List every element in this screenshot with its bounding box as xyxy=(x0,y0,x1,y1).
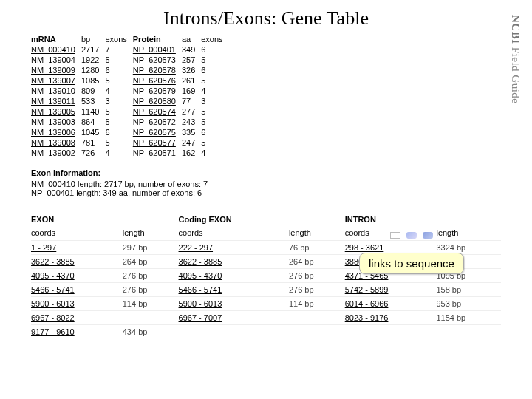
cell-aa: 247 xyxy=(182,137,201,148)
length-cell: 76 bp xyxy=(289,241,345,255)
protein-accession-link[interactable]: NP_620571 xyxy=(133,148,182,158)
mrna-accession-link[interactable]: NM_000410 xyxy=(31,44,81,55)
schematic-icon-1[interactable] xyxy=(390,232,400,239)
schematic-icon-3[interactable] xyxy=(423,232,433,239)
coord-link[interactable]: 1 - 297 xyxy=(31,241,123,255)
length-cell xyxy=(179,325,289,339)
table-row: NM_1390038645NP_6205722435 xyxy=(31,117,229,127)
mrna-accession-link[interactable]: NM_139009 xyxy=(31,65,81,75)
exon-row: 9177 - 9610434 bp xyxy=(31,325,501,339)
coord-link[interactable]: 5466 - 5741 xyxy=(31,283,123,297)
length-cell: 434 bp xyxy=(123,325,179,339)
mrna-tbody: NM_00041027177NP_0004013496NM_1390041922… xyxy=(31,44,229,158)
length-cell: 114 bp xyxy=(123,297,179,311)
table-row: NM_13900419225NP_6205732575 xyxy=(31,55,229,65)
schematic-icon-2[interactable] xyxy=(406,232,417,239)
mrna-accession-link[interactable]: NM_139011 xyxy=(31,96,81,106)
col-protein: Protein xyxy=(133,34,182,44)
length-cell xyxy=(289,311,345,325)
exon-col xyxy=(123,214,179,227)
length-cell: 953 bp xyxy=(436,297,501,311)
mrna-accession-link[interactable]: NM_139010 xyxy=(31,86,81,96)
coord-link[interactable]: 5466 - 5741 xyxy=(179,283,289,297)
protein-accession-link[interactable]: NP_620579 xyxy=(133,86,182,96)
exon-col: Coding EXON xyxy=(179,214,289,227)
cell-bp: 809 xyxy=(81,86,105,96)
coord-link[interactable]: 9177 - 9610 xyxy=(31,325,123,339)
cell-bp: 726 xyxy=(81,148,105,158)
coord-link[interactable]: 6967 - 8022 xyxy=(31,311,123,325)
coord-link[interactable]: 3622 - 3885 xyxy=(179,255,289,269)
coord-link[interactable]: 8023 - 9176 xyxy=(345,311,437,325)
protein-accession-link[interactable]: NP_620578 xyxy=(133,65,182,75)
protein-link[interactable]: NP_000401 xyxy=(31,188,74,197)
coord-link[interactable]: 5900 - 6013 xyxy=(179,297,289,311)
cell-ex1: 7 xyxy=(105,44,132,55)
cell-ex2: 6 xyxy=(201,65,228,75)
protein-accession-link[interactable]: NP_620573 xyxy=(133,55,182,65)
protein-accession-link[interactable]: NP_620576 xyxy=(133,75,182,86)
cell-bp: 1922 xyxy=(81,55,105,65)
mrna-accession-link[interactable]: NM_139002 xyxy=(31,148,81,158)
cell-aa: 326 xyxy=(182,65,201,75)
cell-ex2: 5 xyxy=(201,137,228,148)
exon-subcol: coords xyxy=(31,227,123,241)
coord-link[interactable]: 5900 - 6013 xyxy=(31,297,123,311)
table-row: NM_13900511405NP_6205742775 xyxy=(31,106,229,117)
cell-ex1: 6 xyxy=(105,127,132,137)
mrna-link[interactable]: NM_000410 xyxy=(31,180,75,188)
length-cell xyxy=(345,325,437,339)
cell-ex2: 6 xyxy=(201,127,228,137)
col-aa: aa xyxy=(182,34,201,44)
mrna-table: mRNAbpexonsProteinaaexons NM_00041027177… xyxy=(31,34,229,158)
exon-subcol: length xyxy=(289,227,345,241)
protein-accession-link[interactable]: NP_620580 xyxy=(133,96,182,106)
cell-ex1: 5 xyxy=(105,55,132,65)
protein-accession-link[interactable]: NP_620572 xyxy=(133,117,182,127)
exon-col: EXON xyxy=(31,214,123,227)
cell-aa: 261 xyxy=(182,75,201,86)
coord-link[interactable]: 4095 - 4370 xyxy=(179,269,289,283)
coord-link[interactable]: 6014 - 6966 xyxy=(345,297,437,311)
mrna-accession-link[interactable]: NM_139007 xyxy=(31,75,81,86)
protein-info-text: length: 349 aa, number of exons: 6 xyxy=(74,188,202,197)
exon-subcol: length xyxy=(436,227,501,241)
mrna-accession-link[interactable]: NM_139004 xyxy=(31,55,81,65)
mrna-accession-link[interactable]: NM_139005 xyxy=(31,106,81,117)
exon-col: INTRON xyxy=(345,214,437,227)
length-cell: 264 bp xyxy=(123,255,179,269)
length-cell: 276 bp xyxy=(123,283,179,297)
mrna-accession-link[interactable]: NM_139003 xyxy=(31,117,81,127)
protein-accession-link[interactable]: NP_620577 xyxy=(133,137,182,148)
exon-row: 5466 - 5741276 bp5466 - 5741276 bp5742 -… xyxy=(31,283,501,297)
cell-ex1: 4 xyxy=(105,148,132,158)
mrna-icon-group xyxy=(390,232,433,239)
coord-link[interactable]: 6967 - 7007 xyxy=(179,311,289,325)
length-cell: 276 bp xyxy=(123,269,179,283)
coord-link[interactable]: 5742 - 5899 xyxy=(345,283,437,297)
mrna-accession-link[interactable]: NM_139006 xyxy=(31,127,81,137)
brand-bold: NCBI xyxy=(510,15,522,44)
annotation-callout: links to sequence xyxy=(359,253,464,274)
cell-bp: 864 xyxy=(81,117,105,127)
cell-ex1: 6 xyxy=(105,65,132,75)
cell-ex1: 5 xyxy=(105,106,132,117)
length-cell: 1154 bp xyxy=(436,311,501,325)
cell-aa: 349 xyxy=(182,44,201,55)
cell-ex2: 6 xyxy=(201,44,228,55)
mrna-accession-link[interactable]: NM_139008 xyxy=(31,137,81,148)
table-row: NM_13900610456NP_6205753356 xyxy=(31,127,229,137)
mrna-info-text: length: 2717 bp, number of exons: 7 xyxy=(75,180,208,188)
exon-row: 6967 - 80226967 - 70078023 - 91761154 bp xyxy=(31,311,501,325)
coord-link[interactable]: 3622 - 3885 xyxy=(31,255,123,269)
coord-link[interactable]: 4095 - 4370 xyxy=(31,269,123,283)
coord-link[interactable]: 222 - 297 xyxy=(179,241,289,255)
cell-ex2: 5 xyxy=(201,106,228,117)
cell-bp: 2717 xyxy=(81,44,105,55)
exon-subcol: coords xyxy=(179,227,289,241)
cell-ex2: 5 xyxy=(201,55,228,65)
cell-aa: 335 xyxy=(182,127,201,137)
protein-accession-link[interactable]: NP_620574 xyxy=(133,106,182,117)
protein-accession-link[interactable]: NP_620575 xyxy=(133,127,182,137)
protein-accession-link[interactable]: NP_000401 xyxy=(133,44,182,55)
